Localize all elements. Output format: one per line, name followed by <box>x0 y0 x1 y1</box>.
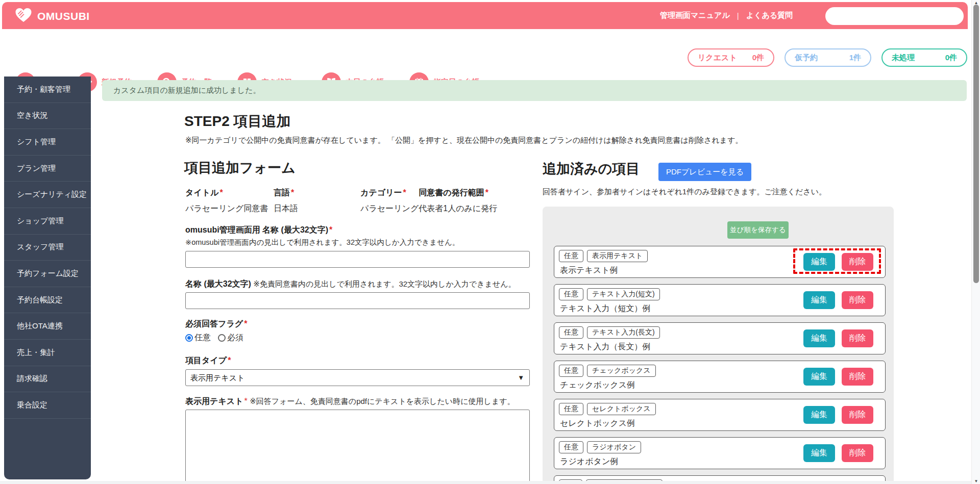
sidebar-item[interactable]: ショップ管理 <box>4 208 91 235</box>
type-badge: 表示用テキスト <box>587 250 648 262</box>
header-links: 管理画面マニュアル | よくある質問 <box>660 2 793 29</box>
brand-name: OMUSUBI <box>37 10 90 22</box>
form-summary: タイトル* パラセーリング同意書 言語* 日本語 カテゴリー* パラセーリング … <box>185 188 497 214</box>
horizontal-scrollbar[interactable] <box>0 481 971 484</box>
tentative-count: 1件 <box>849 53 861 63</box>
item-badges: 任意 テキスト入力(長文) <box>559 326 660 339</box>
summary-value: 日本語 <box>274 203 360 214</box>
delete-button[interactable]: 削除 <box>842 406 873 424</box>
request-counter-pill[interactable]: リクエスト 0件 <box>688 48 774 67</box>
sidebar-item[interactable]: 予約・顧客管理 <box>4 77 91 103</box>
required-asterisk: * <box>244 319 247 328</box>
type-badge: テキスト入力(長文) <box>587 326 660 339</box>
type-badge: ラジオボタン <box>587 441 641 453</box>
edit-button[interactable]: 編集 <box>803 444 835 462</box>
sidebar-item[interactable]: 空き状況 <box>4 103 91 130</box>
required-asterisk: * <box>228 356 231 365</box>
radio-required[interactable] <box>218 334 226 342</box>
tentative-counter-pill[interactable]: 仮予約 1件 <box>785 48 871 67</box>
delete-button[interactable]: 削除 <box>842 253 873 271</box>
item-badges: 任意 セレクトボックス <box>559 403 656 415</box>
save-order-button[interactable]: 並び順を保存する <box>727 221 789 239</box>
item-badges: 任意 チェックボックス <box>559 365 656 377</box>
flag-badge: 任意 <box>559 326 583 339</box>
item-name: テキスト入力（長文）例 <box>560 342 651 352</box>
unprocessed-count: 0件 <box>945 53 957 63</box>
radio-optional-label[interactable]: 任意 <box>194 333 211 343</box>
sidebar-item[interactable]: プラン管理 <box>4 156 91 182</box>
flag-badge: 任意 <box>559 288 583 300</box>
added-item-card[interactable]: 任意 セレクトボックス セレクトボックス例 編集 削除 <box>554 399 886 431</box>
sidebar-item[interactable]: 予約台帳設定 <box>4 287 91 314</box>
admin-name-label: omusubi管理画面用 名称 (最大32文字)* <box>185 225 332 236</box>
added-item-card[interactable]: 任意 チェックボックス チェックボックス例 編集 削除 <box>554 361 886 393</box>
flag-badge: 任意 <box>559 250 583 262</box>
admin-name-note: ※omusubi管理画面内の見出しで利用されます。32文字以内しか入力できません… <box>185 238 459 247</box>
item-type-select[interactable]: 表示用テキスト ▼ <box>185 369 530 386</box>
name-input[interactable] <box>185 292 530 309</box>
sidebar-item[interactable]: スタッフ管理 <box>4 235 91 261</box>
scroll-down-arrow[interactable]: ▼ <box>972 479 980 483</box>
form-title: 項目追加フォーム <box>184 159 296 177</box>
scrollbar-thumb[interactable] <box>973 5 979 283</box>
name-note: ※免責同意書内の見出しで利用されます。32文字以内しか入力できません。 <box>253 279 516 288</box>
link-separator: | <box>737 11 739 20</box>
type-badge: セレクトボックス <box>587 403 656 415</box>
sidebar-item[interactable]: シフト管理 <box>4 129 91 156</box>
delete-button[interactable]: 削除 <box>842 444 873 462</box>
edit-button[interactable]: 編集 <box>803 406 835 424</box>
added-item-card[interactable]: 任意 テキスト入力(長文) テキスト入力（長文）例 編集 削除 <box>554 322 886 354</box>
item-actions: 編集 削除 <box>803 406 873 424</box>
admin-name-input[interactable] <box>185 251 530 268</box>
pdf-preview-button[interactable]: PDFプレビューを見る <box>658 163 751 181</box>
item-actions: 編集 削除 <box>803 329 873 347</box>
item-badges: 任意 テキスト入力(短文) <box>559 288 660 300</box>
sidebar-item[interactable]: 予約フォーム設定 <box>4 261 91 287</box>
item-badges: 任意 ラジオボタン <box>559 441 641 453</box>
type-badge: テキスト入力(短文) <box>587 288 660 300</box>
added-item-card[interactable]: 任意 ラジオボタン ラジオボタン例 編集 削除 <box>554 437 886 469</box>
required-asterisk: * <box>244 397 248 405</box>
sidebar-item[interactable]: 他社OTA連携 <box>4 313 91 340</box>
manual-link[interactable]: 管理画面マニュアル <box>660 11 730 20</box>
item-name: セレクトボックス例 <box>560 418 635 429</box>
request-count: 0件 <box>752 53 764 63</box>
display-text-label: 表示用テキスト <box>185 397 243 405</box>
vertical-scrollbar[interactable]: ▲ ▼ <box>971 0 980 484</box>
unprocessed-counter-pill[interactable]: 未処理 0件 <box>881 48 967 67</box>
omusubi-admin-page: OMUSUBI 管理画面マニュアル | よくある質問 TOP 新規予約 <box>0 0 980 484</box>
delete-button[interactable]: 削除 <box>842 368 873 386</box>
item-name: 表示テキスト例 <box>560 265 618 276</box>
edit-button[interactable]: 編集 <box>803 291 835 309</box>
sidebar-item[interactable]: 乗合設定 <box>4 392 91 419</box>
item-name: ラジオボタン例 <box>560 456 618 467</box>
summary-value: パラセーリング <box>360 203 419 214</box>
faq-link[interactable]: よくある質問 <box>746 11 793 20</box>
success-alert: カスタム項目の新規追加に成功しました。 <box>102 80 967 101</box>
sidebar-item[interactable]: シーズナリティ設定 <box>4 182 91 208</box>
delete-button[interactable]: 削除 <box>842 329 873 347</box>
chevron-down-icon: ▼ <box>518 370 524 386</box>
page-note: ※同一カテゴリで公開中の免責同意書が存在しています。 「公開」を押すと、現在公開… <box>185 136 743 145</box>
required-asterisk: * <box>403 188 406 197</box>
display-text-textarea[interactable] <box>185 410 530 484</box>
edit-button[interactable]: 編集 <box>803 329 835 347</box>
sidebar-item[interactable]: 請求確認 <box>4 366 91 393</box>
sidebar-item[interactable]: 売上・集計 <box>4 340 91 366</box>
delete-button[interactable]: 削除 <box>842 291 873 309</box>
required-asterisk: * <box>220 188 223 197</box>
required-asterisk: * <box>291 188 294 197</box>
radio-optional[interactable] <box>185 334 193 342</box>
added-item-card[interactable]: 任意 テキスト入力(短文) テキスト入力（短文）例 編集 削除 <box>554 284 886 316</box>
header-search-input[interactable] <box>825 7 964 25</box>
brand[interactable]: OMUSUBI <box>14 7 90 26</box>
edit-button[interactable]: 編集 <box>803 368 835 386</box>
summary-field: カテゴリー* パラセーリング <box>360 188 419 214</box>
omusubi-logo-icon <box>14 7 33 26</box>
added-item-card[interactable]: 任意 表示用テキスト 表示テキスト例 編集 削除 <box>554 246 886 278</box>
radio-required-label[interactable]: 必須 <box>227 333 243 343</box>
type-badge: チェックボックス <box>587 365 656 377</box>
summary-field: タイトル* パラセーリング同意書 <box>185 188 274 214</box>
item-actions: 編集 削除 <box>803 368 873 386</box>
edit-button[interactable]: 編集 <box>803 253 835 271</box>
